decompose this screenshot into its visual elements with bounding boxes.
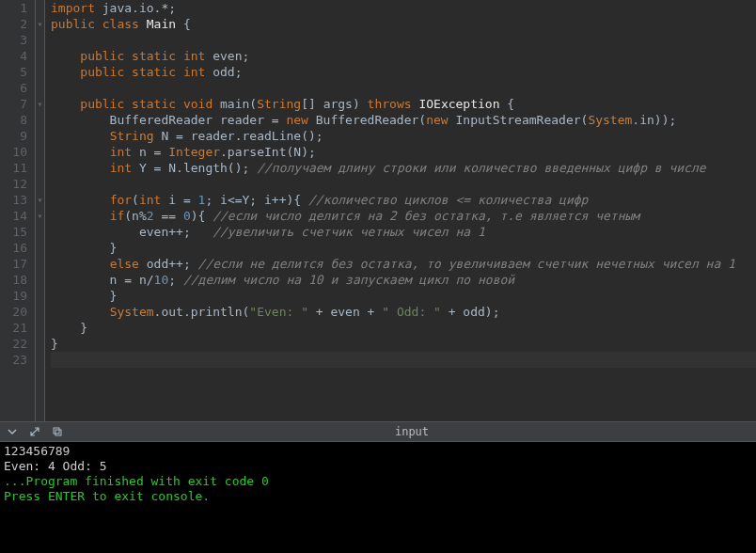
code-line[interactable]: String N = reader.readLine(); xyxy=(51,128,756,144)
console-line: Even: 4 Odd: 5 xyxy=(4,459,752,474)
fold-marker xyxy=(36,224,44,240)
fold-marker[interactable]: ▾ xyxy=(36,16,44,32)
fold-marker xyxy=(36,48,44,64)
code-line[interactable] xyxy=(51,80,756,96)
code-line[interactable] xyxy=(51,176,756,192)
line-number: 16 xyxy=(4,240,27,256)
fold-marker[interactable]: ▾ xyxy=(36,96,44,112)
line-number: 11 xyxy=(4,160,27,176)
code-line[interactable]: public static int odd; xyxy=(51,64,756,80)
fold-marker xyxy=(36,320,44,336)
console-tab-label[interactable]: input xyxy=(73,425,750,438)
copy-icon[interactable] xyxy=(51,425,64,438)
line-number: 10 xyxy=(4,144,27,160)
code-line[interactable]: import java.io.*; xyxy=(51,0,756,16)
line-number: 3 xyxy=(4,32,27,48)
line-number: 13 xyxy=(4,192,27,208)
line-number: 7 xyxy=(4,96,27,112)
svg-rect-1 xyxy=(55,430,61,435)
line-number: 21 xyxy=(4,320,27,336)
code-line[interactable]: } xyxy=(51,320,756,336)
code-line[interactable]: } xyxy=(51,288,756,304)
fold-marker xyxy=(36,288,44,304)
line-number: 14 xyxy=(4,208,27,224)
line-number: 20 xyxy=(4,304,27,320)
fold-marker xyxy=(36,80,44,96)
expand-icon[interactable] xyxy=(28,425,41,438)
fold-marker xyxy=(36,144,44,160)
fold-marker xyxy=(36,0,44,16)
console-line: Press ENTER to exit console. xyxy=(4,489,752,504)
line-number-gutter: 1234567891011121314151617181920212223 xyxy=(0,0,36,421)
line-number: 17 xyxy=(4,256,27,272)
line-number: 1 xyxy=(4,0,27,16)
code-editor[interactable]: 1234567891011121314151617181920212223 ▾▾… xyxy=(0,0,756,421)
code-line[interactable] xyxy=(51,32,756,48)
code-line[interactable]: public class Main { xyxy=(51,16,756,32)
line-number: 12 xyxy=(4,176,27,192)
line-number: 19 xyxy=(4,288,27,304)
line-number: 8 xyxy=(4,112,27,128)
fold-gutter[interactable]: ▾▾▾▾ xyxy=(36,0,45,421)
line-number: 18 xyxy=(4,272,27,288)
console-output[interactable]: 123456789Even: 4 Odd: 5...Program finish… xyxy=(0,442,756,553)
code-line[interactable]: else odd++; //если не делится без остатк… xyxy=(51,256,756,272)
line-number: 5 xyxy=(4,64,27,80)
fold-marker[interactable]: ▾ xyxy=(36,208,44,224)
line-number: 6 xyxy=(4,80,27,96)
line-number: 2 xyxy=(4,16,27,32)
line-number: 15 xyxy=(4,224,27,240)
code-line[interactable]: n = n/10; //делим число на 10 и запускае… xyxy=(51,272,756,288)
code-line[interactable]: for(int i = 1; i<=Y; i++){ //количество … xyxy=(51,192,756,208)
code-line[interactable]: System.out.println("Even: " + even + " O… xyxy=(51,304,756,320)
chevron-down-icon[interactable] xyxy=(6,425,19,438)
line-number: 9 xyxy=(4,128,27,144)
fold-marker xyxy=(36,176,44,192)
fold-marker xyxy=(36,64,44,80)
code-line[interactable]: } xyxy=(51,336,756,352)
code-line[interactable]: public static int even; xyxy=(51,48,756,64)
code-line[interactable]: even++; //увеличить счетчик четных чисел… xyxy=(51,224,756,240)
code-line[interactable] xyxy=(51,352,756,368)
console-line: 123456789 xyxy=(4,444,752,459)
fold-marker xyxy=(36,272,44,288)
console-toolbar: input xyxy=(0,421,756,442)
code-line[interactable]: } xyxy=(51,240,756,256)
line-number: 22 xyxy=(4,336,27,352)
code-content[interactable]: import java.io.*;public class Main { pub… xyxy=(45,0,756,421)
fold-marker[interactable]: ▾ xyxy=(36,192,44,208)
fold-marker xyxy=(36,160,44,176)
code-line[interactable]: public static void main(String[] args) t… xyxy=(51,96,756,112)
fold-marker xyxy=(36,336,44,352)
code-line[interactable]: if(n%2 == 0){ //если число делится на 2 … xyxy=(51,208,756,224)
fold-marker xyxy=(36,256,44,272)
fold-marker xyxy=(36,304,44,320)
fold-marker xyxy=(36,240,44,256)
line-number: 4 xyxy=(4,48,27,64)
fold-marker xyxy=(36,112,44,128)
code-line[interactable]: BufferedReader reader = new BufferedRead… xyxy=(51,112,756,128)
console-line: ...Program finished with exit code 0 xyxy=(4,474,752,489)
fold-marker xyxy=(36,128,44,144)
fold-marker xyxy=(36,32,44,48)
line-number: 23 xyxy=(4,352,27,368)
code-line[interactable]: int n = Integer.parseInt(N); xyxy=(51,144,756,160)
svg-rect-0 xyxy=(54,428,59,434)
code-line[interactable]: int Y = N.length(); //получаем длину стр… xyxy=(51,160,756,176)
fold-marker xyxy=(36,352,44,368)
